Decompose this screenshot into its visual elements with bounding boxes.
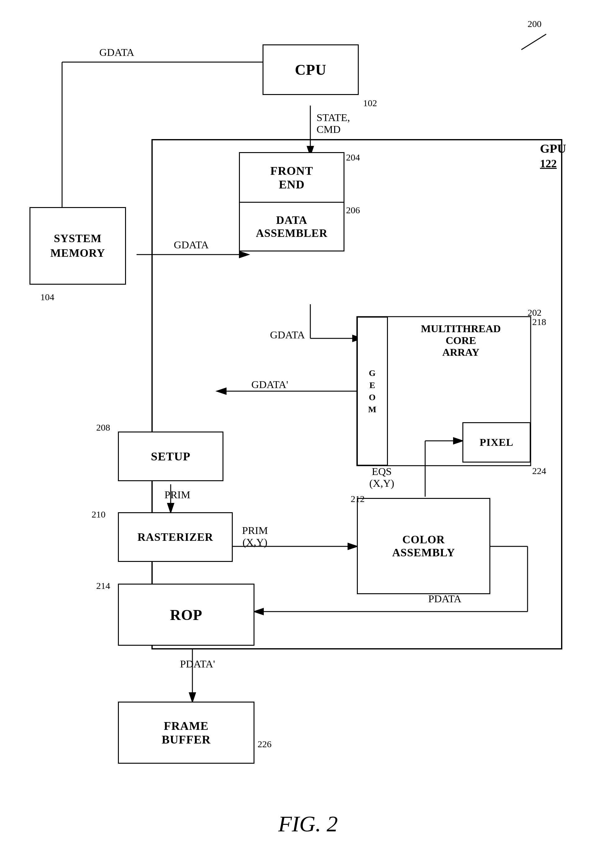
diagram: 200 CPU 102 GDATA STATE,CMD GPU 122 SYST… (0, 0, 616, 868)
front-end-ref: 204 (346, 152, 360, 163)
data-assembler-ref: 206 (346, 205, 360, 215)
front-end-box: FRONTEND (239, 152, 344, 202)
rasterizer-ref: 210 (91, 509, 105, 520)
rop-box: ROP (118, 583, 255, 646)
svg-line-2 (521, 34, 546, 50)
prim-xy-label: PRIM(X,Y) (242, 525, 268, 548)
ref-200: 200 (528, 19, 542, 29)
geom-box: GEOM (357, 317, 388, 465)
mca-ref: 218 (532, 317, 546, 327)
cpu-box: CPU (262, 44, 359, 95)
pdata-label: PDATA (428, 593, 462, 605)
gdata-prime-label: GDATA' (251, 379, 288, 390)
frame-buffer-ref: 226 (258, 739, 272, 749)
gdata-to-da-label: GDATA (174, 239, 209, 251)
setup-ref: 208 (96, 422, 110, 433)
gpu-label: GPU 122 (540, 141, 566, 170)
prim-label: PRIM (165, 489, 190, 501)
color-assembly-box: COLORASSEMBLY (357, 498, 490, 594)
eqs-xy-label: EQS(X,Y) (369, 465, 394, 489)
gdata-top-label: GDATA (99, 47, 134, 58)
setup-box: SETUP (118, 431, 223, 481)
pdata-prime-label: PDATA' (180, 658, 215, 670)
system-memory-ref: 104 (40, 292, 54, 302)
rasterizer-box: RASTERIZER (118, 512, 233, 562)
state-cmd-label: STATE,CMD (316, 112, 350, 135)
rop-ref: 214 (96, 580, 110, 591)
cpu-ref: 102 (363, 98, 377, 108)
pixel-box: PIXEL (462, 422, 531, 462)
mca-label: MULTITHREADCOREARRAY (393, 323, 529, 358)
mca-outer-ref: 202 (528, 307, 542, 318)
color-assembly-ref: 212 (350, 494, 365, 504)
data-assembler-box: DATAASSEMBLER (239, 202, 344, 252)
system-memory-box: SYSTEMMEMORY (30, 207, 126, 285)
frame-buffer-box: FRAMEBUFFER (118, 701, 255, 764)
pixel-ref: 224 (532, 465, 546, 476)
gdata-to-mca-label: GDATA (270, 329, 305, 341)
fig-label: FIG. 2 (0, 811, 616, 837)
